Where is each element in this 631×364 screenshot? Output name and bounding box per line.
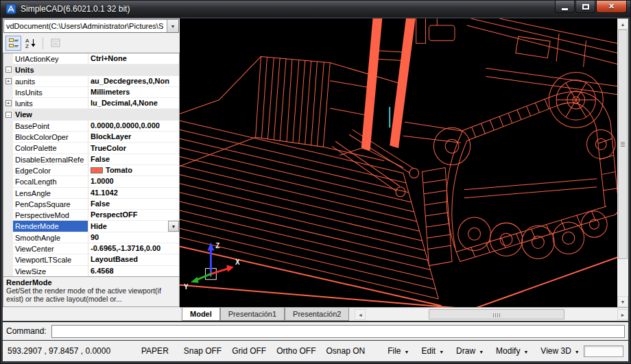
property-name[interactable]: DisableExternalRefe (13, 154, 88, 165)
property-value[interactable]: 41.1042 (88, 188, 179, 198)
scroll-left-icon[interactable]: ◄ (355, 309, 366, 320)
property-name[interactable]: RenderMode (13, 221, 88, 231)
property-value[interactable]: au_Decdegrees,0,Non (88, 76, 179, 86)
close-button[interactable]: ✕ (596, 1, 627, 13)
property-row[interactable]: InsUnits Millimeters (3, 87, 179, 98)
layout-tab[interactable]: Model (182, 308, 220, 321)
property-value[interactable]: 0.0000,0.0000,0.000 (88, 121, 179, 131)
paper-space-button[interactable]: PAPER (141, 346, 169, 356)
property-value[interactable]: TrueColor (88, 143, 179, 153)
property-value[interactable]: BlockLayer (88, 132, 179, 142)
status-menu[interactable]: Modify ▼ (496, 346, 528, 356)
minimize-button[interactable] (555, 1, 575, 13)
property-row[interactable]: ViewCenter -0.6965,-1.3716,0.00 (3, 243, 179, 254)
property-name[interactable]: aunits (13, 76, 88, 86)
property-name[interactable]: EdgeColor (13, 165, 88, 175)
status-toggle[interactable]: Osnap ON (326, 346, 366, 356)
vscroll-thumb[interactable] (618, 29, 628, 259)
property-row[interactable]: DisableExternalRefe False (3, 154, 179, 165)
property-value[interactable] (88, 64, 179, 75)
property-name[interactable]: InsUnits (13, 87, 88, 97)
title-bar[interactable]: SimpleCAD(6.6021.0.1 32 bit) ✕ (1, 1, 630, 17)
property-value[interactable]: PerspectOFF (88, 210, 179, 220)
property-row[interactable]: ViewSize 6.4568 (3, 266, 179, 277)
property-value[interactable]: 1.0000 (88, 176, 179, 186)
status-toggle[interactable]: Ortho OFF (276, 346, 316, 356)
status-menu[interactable]: Draw ▼ (456, 346, 484, 356)
property-name[interactable]: ColorPalette (13, 143, 88, 153)
layout-tab[interactable]: Presentación1 (220, 308, 285, 321)
expander-icon[interactable]: - (5, 66, 12, 73)
property-value[interactable]: 6.4568 (88, 266, 179, 276)
property-name[interactable]: BlockColorOper (13, 132, 88, 142)
combo-dropdown-icon[interactable]: ▼ (167, 20, 178, 32)
value-dropdown-button[interactable]: ▼ (168, 221, 179, 231)
property-name[interactable]: ViewportLTScale (13, 254, 88, 265)
layout-tab[interactable]: Presentación2 (285, 308, 349, 321)
property-name[interactable]: PerspectiveMod (13, 210, 88, 220)
property-value[interactable] (88, 109, 179, 119)
property-name[interactable]: SmoothAngle (13, 232, 88, 243)
property-name[interactable]: PenCapsSquare (13, 199, 88, 209)
property-row[interactable]: ViewportLTScale LayoutBased (3, 254, 179, 265)
property-value[interactable]: -0.6965,-1.3716,0.00 (88, 243, 179, 254)
expander-icon[interactable]: + (5, 100, 12, 106)
property-name[interactable]: UrlActionKey (13, 53, 88, 64)
property-name[interactable]: ViewSize (13, 266, 88, 276)
property-value[interactable]: False (88, 199, 179, 209)
property-row[interactable]: EdgeColor Tomato (3, 165, 179, 176)
property-row[interactable]: SmoothAngle 90 (3, 232, 179, 243)
property-row[interactable]: - View (3, 109, 179, 120)
status-menu[interactable]: Edit ▼ (421, 346, 444, 356)
status-menu[interactable]: View 3D ▼ (540, 346, 579, 356)
property-value[interactable]: lu_Decimal,4,None (88, 98, 179, 108)
command-input[interactable] (51, 325, 625, 338)
document-combo[interactable]: vdDocument(C:\Users\Administrator\Pictur… (3, 19, 179, 33)
vscroll-track[interactable] (617, 29, 628, 296)
property-name[interactable]: ViewCenter (13, 243, 88, 254)
status-toggle[interactable]: Grid OFF (232, 346, 266, 356)
maximize-button[interactable] (575, 1, 595, 13)
property-name[interactable]: View (13, 109, 88, 119)
property-row[interactable]: PenCapsSquare False (3, 199, 179, 210)
property-row[interactable]: BlockColorOper BlockLayer (3, 132, 179, 143)
property-row[interactable]: PerspectiveMod PerspectOFF (3, 210, 179, 221)
property-row[interactable]: + aunits au_Decdegrees,0,Non (3, 76, 179, 87)
property-name[interactable]: FocalLength (13, 176, 88, 186)
property-row[interactable]: - Units (3, 64, 179, 75)
property-name[interactable]: BasePoint (13, 121, 88, 131)
alphabetical-sort-button[interactable]: A Z (23, 36, 38, 51)
expander-icon[interactable]: + (5, 78, 12, 84)
status-menu[interactable]: File ▼ (388, 346, 409, 356)
hscroll-track[interactable] (366, 309, 617, 320)
viewport-hscrollbar[interactable]: ◄ ► (355, 309, 628, 320)
property-row[interactable]: LensAngle 41.1042 (3, 188, 179, 199)
drawing-viewport[interactable]: Z X Y (180, 19, 617, 307)
property-value[interactable]: Tomato (88, 165, 179, 175)
expander-icon[interactable]: - (5, 112, 12, 118)
property-row[interactable]: FocalLength 1.0000 (3, 176, 179, 187)
property-value[interactable]: Millimeters (88, 87, 179, 97)
property-row[interactable]: UrlActionKey Ctrl+None (3, 53, 179, 64)
property-value[interactable]: LayoutBased (88, 254, 179, 265)
scroll-right-icon[interactable]: ► (617, 309, 628, 320)
property-value[interactable]: 90 (88, 232, 179, 243)
property-value[interactable]: False (88, 154, 179, 165)
hscroll-thumb[interactable] (429, 309, 564, 319)
property-row[interactable]: BasePoint 0.0000,0.0000,0.000 (3, 121, 179, 132)
property-value[interactable]: Ctrl+None (88, 53, 179, 64)
command-label: Command: (6, 326, 47, 336)
property-row[interactable]: + lunits lu_Decimal,4,None (3, 98, 179, 109)
categorized-button[interactable] (5, 36, 21, 51)
property-row[interactable]: RenderMode Hide ▼ (3, 221, 179, 232)
scroll-down-icon[interactable]: ▼ (617, 296, 628, 307)
viewport-vscrollbar[interactable]: ▲ ▼ (617, 19, 628, 307)
scroll-up-icon[interactable]: ▲ (617, 19, 628, 29)
property-name[interactable]: LensAngle (13, 188, 88, 198)
property-name[interactable]: Units (13, 64, 88, 75)
row-gutter: + (3, 98, 13, 108)
property-row[interactable]: ColorPalette TrueColor (3, 143, 179, 154)
property-value[interactable]: Hide ▼ (88, 221, 179, 231)
status-toggle[interactable]: Snap OFF (184, 346, 222, 356)
property-name[interactable]: lunits (13, 98, 88, 108)
